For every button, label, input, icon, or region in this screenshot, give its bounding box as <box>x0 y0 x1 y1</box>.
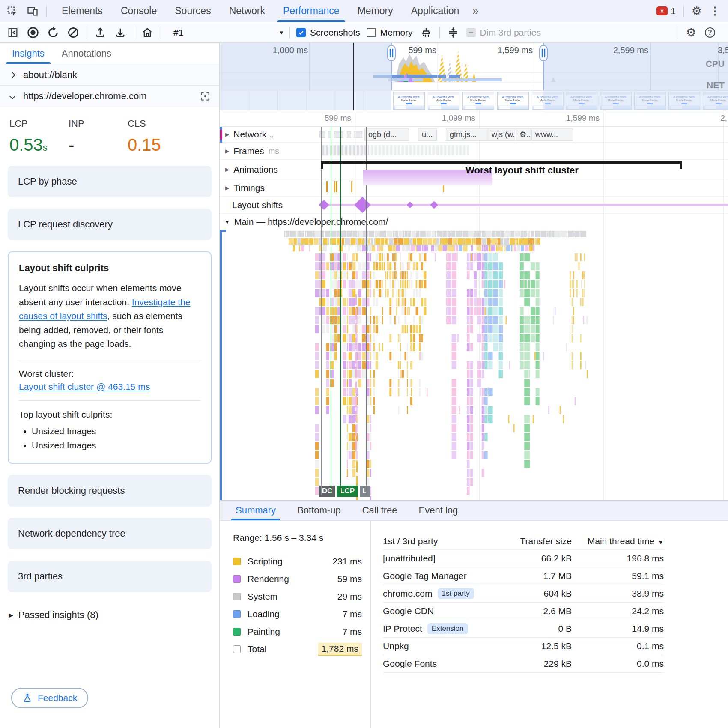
details-tab[interactable]: Event log <box>410 501 467 520</box>
expander-icon[interactable]: ▶ <box>225 185 229 191</box>
network-request-chip[interactable]: wjs (w... <box>488 128 515 141</box>
table-row[interactable]: [unattributed] 66.2 kB 196.8 ms <box>383 550 664 567</box>
divider <box>19 360 200 360</box>
frame-bar[interactable] <box>322 145 369 155</box>
dim-3rd-parties-toggle[interactable]: Dim 3rd parties <box>466 27 541 38</box>
network-request-chip[interactable]: ⚙... <box>516 128 531 141</box>
screenshots-checkbox[interactable]: Screenshots <box>296 27 360 38</box>
overview-tick: 3,5 <box>718 45 728 55</box>
table-header[interactable]: 1st / 3rd party Transfer size Main threa… <box>383 533 664 550</box>
playhead-line[interactable] <box>353 43 354 110</box>
network-request[interactable] <box>354 131 362 138</box>
frame-list: about://blank https://developer.chrome.c… <box>0 64 219 107</box>
ruler-tick: 599 ms <box>325 113 351 123</box>
kebab-menu-icon[interactable]: ⋮ <box>710 5 720 17</box>
legend-swatch <box>233 645 241 653</box>
insight-card[interactable]: LCP by phase <box>8 166 212 197</box>
expander-icon[interactable]: ▶ <box>225 167 229 173</box>
record-and-reload-icon[interactable] <box>46 26 60 39</box>
network-request-chip[interactable]: gtm.js... <box>446 128 489 141</box>
network-track[interactable]: ▶ Network .. ogb (d...u...gtm.js...wjs (… <box>220 127 728 143</box>
history-select[interactable]: #1 ▾ <box>167 27 283 38</box>
live-metrics-home-icon[interactable] <box>140 26 154 39</box>
annotation-label[interactable]: Worst layout shift cluster <box>421 165 623 176</box>
console-error-badge[interactable]: × 1 <box>656 6 676 16</box>
details-tab[interactable]: Summary <box>227 501 284 520</box>
panel-tab[interactable]: Console <box>112 0 166 22</box>
table-row[interactable]: Google CDN 2.6 MB 24.2 ms <box>383 603 664 620</box>
table-row[interactable]: chrome.com1st party 604 kB 38.9 ms <box>383 585 664 603</box>
more-panels-icon[interactable]: » <box>468 4 483 18</box>
memory-checkbox[interactable]: Memory <box>367 27 413 38</box>
insight-card[interactable]: 3rd parties <box>8 561 212 592</box>
page-screenshot-thumbnail[interactable]: A Powerful Web.Made Easier. <box>462 92 494 110</box>
main-thread-header[interactable]: ▼ Main — https://developer.chrome.com/ <box>220 214 728 230</box>
layout-shift-culprits-card[interactable]: Layout shift culprits Layout shifts occu… <box>8 251 212 464</box>
page-screenshot-thumbnail[interactable]: A Powerful Web.Made Easier. <box>497 92 529 110</box>
table-row[interactable]: Google Tag Manager 1.7 MB 59.1 ms <box>383 567 664 585</box>
collapse-sidebar-icon[interactable] <box>6 26 20 39</box>
expander-icon[interactable]: ▶ <box>225 131 229 137</box>
page-screenshot-thumbnail[interactable]: A Powerful Web.Made Easier. <box>393 92 425 110</box>
table-row[interactable]: IP ProtectExtension 0 B 14.9 ms <box>383 620 664 638</box>
device-toolbar-icon[interactable] <box>26 4 39 18</box>
timing-mark[interactable] <box>326 181 328 192</box>
metric[interactable]: CLS 0.15 <box>128 118 161 155</box>
capture-settings-gear-icon[interactable]: ⚙ <box>686 26 696 39</box>
insight-card[interactable]: LCP request discovery <box>8 209 212 240</box>
clear-recording-icon[interactable] <box>66 26 80 39</box>
dc-marker-badge[interactable]: DC <box>319 486 335 497</box>
top-culprits-label: Top layout shift culprits: <box>19 409 200 420</box>
timing-mark[interactable] <box>334 181 335 192</box>
insight-card[interactable]: Render blocking requests <box>8 475 212 507</box>
panel-tab[interactable]: Sources <box>166 0 220 22</box>
details-tab[interactable]: Bottom-up <box>289 501 349 520</box>
frame-bar[interactable] <box>371 145 469 155</box>
sidebar-tab[interactable]: Insights <box>12 43 45 64</box>
network-request[interactable] <box>334 131 343 138</box>
focus-frame-icon[interactable] <box>200 91 211 102</box>
worst-cluster-link[interactable]: Layout shift cluster @ 463.15 ms <box>19 382 200 392</box>
flame-chart[interactable]: DCLCPL <box>220 230 728 500</box>
page-screenshot-thumbnail[interactable]: A Powerful Web.Made Easier. <box>428 92 459 110</box>
timeline-overview[interactable]: 1,000 ms 599 ms 1,599 ms 2,599 ms 3,5 CP… <box>220 43 728 91</box>
network-request[interactable] <box>347 131 351 138</box>
frame-row[interactable]: https://developer.chrome.com <box>0 86 219 107</box>
table-row[interactable]: Unpkg 12.5 kB 0.1 ms <box>383 638 664 655</box>
settings-gear-icon[interactable]: ⚙ <box>692 4 702 18</box>
network-request-chip[interactable]: www... <box>531 128 573 141</box>
layout-shift-diamond[interactable] <box>430 201 438 209</box>
insight-card[interactable]: Network dependency tree <box>8 518 212 549</box>
sidebar-tab[interactable]: Annotations <box>62 43 111 64</box>
layout-shift-diamond[interactable] <box>354 197 370 213</box>
load-profile-icon[interactable] <box>93 26 107 39</box>
panel-tab[interactable]: Application <box>402 0 468 22</box>
frames-track[interactable]: ▶ Frames ms <box>220 143 728 160</box>
metric[interactable]: LCP 0.53s <box>9 118 69 155</box>
timing-mark[interactable] <box>336 181 337 192</box>
layout-shift-diamond[interactable] <box>407 202 414 209</box>
help-icon[interactable]: ? <box>705 27 715 38</box>
layout-shifts-track[interactable]: Layout shifts <box>220 197 728 214</box>
panel-tab[interactable]: Network <box>220 0 274 22</box>
feedback-button[interactable]: Feedback <box>11 688 88 708</box>
panel-tab[interactable]: Elements <box>53 0 112 22</box>
save-profile-icon[interactable] <box>113 26 127 39</box>
garbage-collect-icon[interactable] <box>419 26 433 39</box>
details-tab[interactable]: Call tree <box>354 501 406 520</box>
shrink-frames-icon[interactable] <box>446 26 460 39</box>
expander-icon[interactable]: ▶ <box>225 148 229 154</box>
panel-tab[interactable]: Memory <box>349 0 402 22</box>
timing-mark[interactable] <box>351 181 352 192</box>
inspect-element-icon[interactable] <box>5 4 19 18</box>
network-request-chip[interactable]: u... <box>418 128 437 141</box>
panel-tab[interactable]: Performance <box>274 0 349 22</box>
passed-insights-row[interactable]: ▶ Passed insights (8) <box>0 603 219 627</box>
l-marker-badge[interactable]: L <box>360 486 370 497</box>
frame-row[interactable]: about://blank <box>0 64 219 86</box>
network-request-chip[interactable]: ogb (d... <box>364 128 409 141</box>
table-row[interactable]: Google Fonts 229 kB 0.0 ms <box>383 655 664 673</box>
screenshot-filmstrip[interactable]: A Powerful Web.Made Easier.A Powerful We… <box>220 91 728 110</box>
metric[interactable]: INP - <box>69 118 128 155</box>
record-icon[interactable] <box>26 26 40 39</box>
